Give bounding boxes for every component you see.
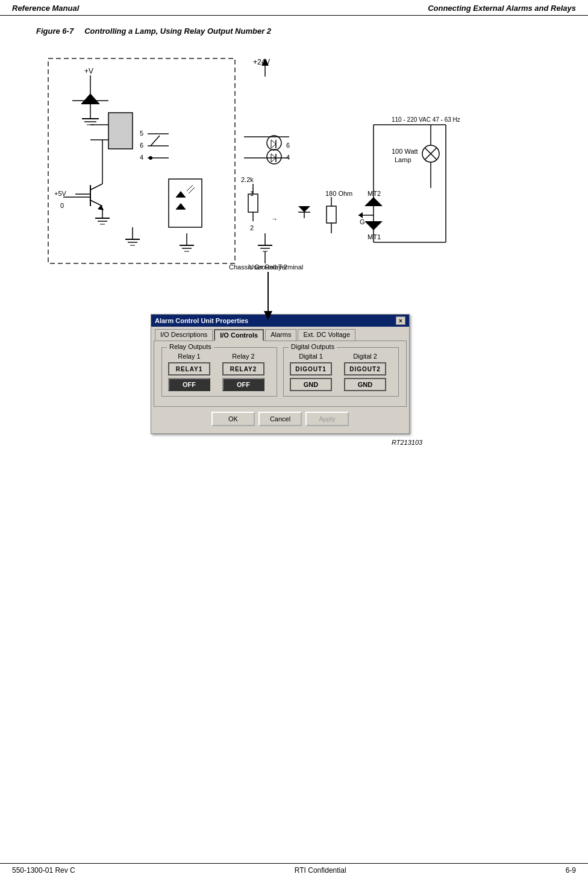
svg-text:MT2: MT2 (367, 190, 381, 197)
svg-text:100 Watt: 100 Watt (392, 148, 418, 155)
svg-marker-4 (81, 93, 99, 104)
tab-alarms[interactable]: Alarms (265, 329, 296, 341)
dialog-tabs: I/O Descriptions I/O Controls Alarms Ext… (151, 327, 409, 341)
svg-line-26 (90, 200, 102, 206)
figure-text: Controlling a Lamp, Using Relay Output N… (84, 27, 271, 36)
svg-text:5: 5 (140, 130, 143, 137)
footer-right: 6-9 (566, 866, 576, 875)
digital1-state[interactable]: GND (290, 378, 332, 391)
svg-marker-79 (358, 212, 363, 218)
svg-text:2.2k: 2.2k (241, 176, 254, 183)
digital2-label: Digital 2 (353, 353, 377, 360)
svg-line-16 (151, 136, 160, 146)
header-right: Connecting External Alarms and Relays (428, 4, 576, 13)
svg-marker-76 (364, 197, 383, 206)
footer-left: 550-1300-01 Rev C (12, 866, 75, 875)
digital2-col: Digital 2 DIGOUT2 GND (344, 353, 386, 391)
svg-text:110 - 220 VAC 47 - 63 Hz: 110 - 220 VAC 47 - 63 Hz (392, 116, 460, 123)
digital2-state[interactable]: GND (344, 378, 386, 391)
digital1-button[interactable]: DIGOUT1 (290, 362, 332, 376)
svg-text:2: 2 (250, 224, 254, 231)
relay1-col: Relay 1 RELAY1 OFF (168, 353, 210, 391)
circuit-diagram: +V 5 6 4 (30, 46, 464, 300)
svg-marker-44 (176, 203, 186, 209)
svg-text:0: 0 (60, 202, 64, 209)
relay1-button[interactable]: RELAY1 (168, 362, 210, 376)
tab-io-controls[interactable]: I/O Controls (214, 329, 264, 341)
user-relay-label: User Relay 2 (223, 263, 313, 271)
digital1-label: Digital 1 (299, 353, 323, 360)
svg-text:6: 6 (286, 142, 290, 149)
svg-text:G: G (360, 218, 365, 225)
relay2-state[interactable]: OFF (222, 378, 264, 391)
circuit-area: +V 5 6 4 (30, 46, 452, 300)
svg-text:4: 4 (140, 154, 143, 161)
svg-marker-77 (364, 221, 383, 230)
svg-text:4: 4 (286, 154, 290, 161)
digital1-col: Digital 1 DIGOUT1 GND (290, 353, 332, 391)
dialog-box: Alarm Control Unit Properties × I/O Desc… (151, 314, 410, 434)
dialog-footer: OK Cancel Apply (154, 407, 407, 431)
svg-marker-104 (264, 311, 272, 320)
svg-rect-38 (169, 179, 202, 227)
svg-text:+V: +V (84, 67, 93, 75)
user-relay-section: User Relay 2 (223, 263, 313, 320)
digital2-button[interactable]: DIGOUT2 (344, 362, 386, 376)
svg-text:180 Ohm: 180 Ohm (325, 190, 352, 197)
main-content: +V 5 6 4 (0, 46, 588, 434)
relay-outputs-label: Relay Outputs (167, 343, 214, 350)
digital-outputs-section: Digital Outputs Digital 1 DIGOUT1 GND Di… (283, 347, 399, 397)
svg-line-25 (90, 184, 102, 190)
sections-row: Relay Outputs Relay 1 RELAY1 OFF Relay 2… (161, 347, 399, 400)
page-footer: 550-1300-01 Rev C RTI Confidential 6-9 (0, 863, 588, 877)
svg-rect-0 (48, 58, 235, 263)
footer-center: RTI Confidential (75, 866, 566, 875)
tab-io-descriptions[interactable]: I/O Descriptions (155, 329, 213, 341)
relay-outputs-section: Relay Outputs Relay 1 RELAY1 OFF Relay 2… (161, 347, 277, 397)
relay2-button[interactable]: RELAY2 (222, 362, 264, 376)
page-header: Reference Manual Connecting External Ala… (0, 0, 588, 16)
svg-text:→: → (271, 215, 278, 222)
dialog-body: Relay Outputs Relay 1 RELAY1 OFF Relay 2… (154, 341, 407, 407)
relay1-label: Relay 1 (178, 353, 200, 360)
cancel-button[interactable]: Cancel (258, 412, 302, 426)
dialog-close-button[interactable]: × (396, 316, 405, 325)
arrow-down-icon (262, 272, 274, 320)
relay2-col: Relay 2 RELAY2 OFF (222, 353, 264, 391)
relay2-label: Relay 2 (232, 353, 254, 360)
figure-caption: Figure 6-7 Controlling a Lamp, Using Rel… (0, 16, 588, 40)
apply-button[interactable]: Apply (305, 412, 349, 426)
svg-text:MT1: MT1 (367, 233, 381, 240)
header-left: Reference Manual (12, 4, 79, 13)
svg-marker-39 (176, 191, 186, 197)
svg-rect-70 (327, 206, 336, 223)
rt-label: RT213103 (392, 439, 422, 446)
digital-outputs-label: Digital Outputs (289, 343, 337, 350)
svg-marker-55 (271, 140, 276, 148)
relay1-state[interactable]: OFF (168, 378, 210, 391)
figure-label: Figure 6-7 (36, 27, 74, 36)
svg-text:+5V: +5V (54, 190, 67, 197)
ok-button[interactable]: OK (211, 412, 255, 426)
svg-text:Lamp: Lamp (395, 156, 411, 163)
tab-ext-dc-voltage[interactable]: Ext. DC Voltage (298, 329, 355, 341)
svg-text:6: 6 (140, 142, 143, 149)
svg-rect-10 (108, 113, 133, 149)
